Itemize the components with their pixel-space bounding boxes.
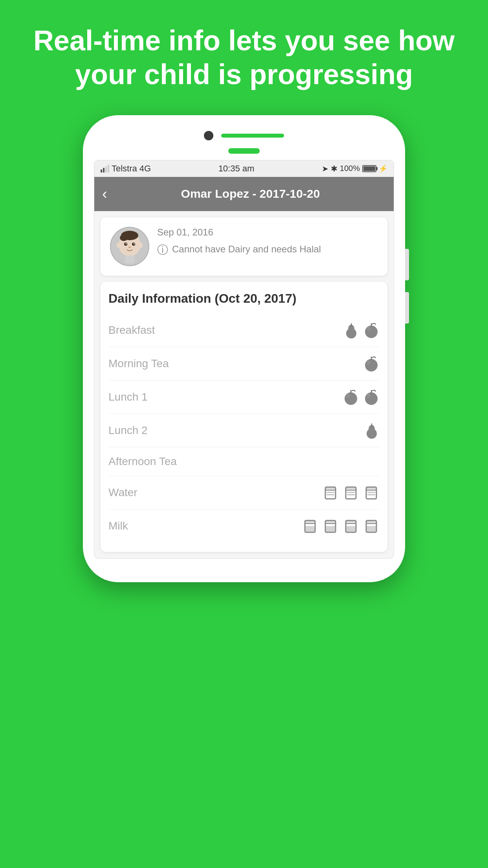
alert-text: Cannot have Dairy and needs Halal <box>172 243 321 256</box>
side-button-right <box>405 249 409 280</box>
svg-rect-54 <box>346 526 356 532</box>
cup-icon-3 <box>363 484 380 501</box>
app-header: ‹ Omar Lopez - 2017-10-20 <box>94 177 394 211</box>
phone-screen: Telstra 4G 10:35 am ➤ ✱ 100% ⚡ <box>94 160 394 559</box>
apple-icon-2 <box>363 355 380 372</box>
svg-point-20 <box>367 360 371 364</box>
meal-icons-breakfast <box>343 322 380 339</box>
meal-icons-lunch2 <box>364 422 380 439</box>
meal-name-lunch1: Lunch 1 <box>108 391 148 403</box>
svg-rect-51 <box>325 520 336 524</box>
status-bar: Telstra 4G 10:35 am ➤ ✱ 100% ⚡ <box>94 160 394 177</box>
milk-cup-icon-4 <box>363 517 380 535</box>
meal-name-water: Water <box>108 486 138 499</box>
apple-icon-3 <box>343 388 359 406</box>
svg-rect-16 <box>371 323 372 327</box>
signal-bars <box>101 165 109 173</box>
baby-avatar-svg <box>110 227 149 266</box>
svg-rect-19 <box>371 357 372 360</box>
profile-date: Sep 01, 2016 <box>157 227 378 238</box>
apple-icon-1 <box>363 322 380 339</box>
svg-rect-41 <box>366 487 376 490</box>
meal-row-morning-tea: Morning Tea <box>108 347 380 381</box>
svg-rect-47 <box>305 520 315 524</box>
meal-row-water: Water <box>108 476 380 509</box>
profile-avatar <box>110 227 149 266</box>
home-button-bar <box>228 148 260 154</box>
battery-icon <box>362 165 376 172</box>
camera-dot <box>204 131 213 140</box>
hero-text: Real-time info lets you see how your chi… <box>0 0 488 107</box>
svg-rect-38 <box>347 492 355 493</box>
cup-icon-1 <box>322 484 339 501</box>
header-title: Omar Lopez - 2017-10-20 <box>115 187 386 200</box>
svg-rect-43 <box>367 492 375 493</box>
svg-point-17 <box>367 326 371 331</box>
meal-name-morning-tea: Morning Tea <box>108 357 169 370</box>
meal-icons-lunch1 <box>343 388 380 406</box>
meal-name-milk: Milk <box>108 520 128 532</box>
status-left: Telstra 4G <box>101 164 151 174</box>
svg-rect-36 <box>346 487 356 490</box>
svg-rect-39 <box>347 494 355 495</box>
apple-icon-4 <box>363 388 380 406</box>
signal-bar-3 <box>105 166 107 173</box>
meal-row-lunch2: Lunch 2 <box>108 414 380 447</box>
svg-rect-34 <box>327 494 334 495</box>
daily-title: Daily Information (Oct 20, 2017) <box>108 291 380 306</box>
svg-point-6 <box>126 243 127 244</box>
signal-bar-2 <box>103 168 105 173</box>
bluetooth-icon: ✱ <box>331 164 338 173</box>
meal-row-lunch1: Lunch 1 <box>108 381 380 414</box>
svg-point-3 <box>120 235 128 241</box>
charging-icon: ⚡ <box>379 164 387 173</box>
phone-top-bar <box>94 131 394 140</box>
daily-section: Daily Information (Oct 20, 2017) Breakfa… <box>101 282 387 552</box>
svg-point-23 <box>346 393 350 398</box>
carrier-name: Telstra <box>112 164 137 174</box>
side-button-right2 <box>405 292 409 324</box>
meal-row-breakfast: Breakfast <box>108 314 380 347</box>
svg-rect-14 <box>351 323 352 326</box>
page-background: Real-time info lets you see how your chi… <box>0 0 488 868</box>
svg-point-26 <box>367 393 371 398</box>
meal-name-afternoon-tea: Afternoon Tea <box>108 455 177 468</box>
svg-rect-11 <box>125 256 134 263</box>
profile-alert: ⓘ Cannot have Dairy and needs Halal <box>157 243 378 257</box>
profile-info: Sep 01, 2016 ⓘ Cannot have Dairy and nee… <box>157 227 378 257</box>
meal-icons-water <box>322 484 380 501</box>
battery-percent: 100% <box>340 164 360 173</box>
pear-icon-1 <box>343 322 359 339</box>
svg-rect-22 <box>350 390 351 394</box>
milk-cup-icon-2 <box>322 517 339 535</box>
profile-card: Sep 01, 2016 ⓘ Cannot have Dairy and nee… <box>101 217 387 276</box>
meal-name-breakfast: Breakfast <box>108 324 155 337</box>
nav-icon: ➤ <box>322 164 328 173</box>
network-type: 4G <box>139 164 151 174</box>
meal-row-milk: Milk <box>108 509 380 542</box>
meal-icons-morning-tea <box>363 355 380 372</box>
pear-icon-2 <box>364 422 380 439</box>
back-button[interactable]: ‹ <box>102 186 107 202</box>
phone-frame: Telstra 4G 10:35 am ➤ ✱ 100% ⚡ <box>83 115 405 582</box>
svg-rect-29 <box>371 423 372 427</box>
speaker-bar <box>221 134 284 138</box>
svg-point-8 <box>128 246 131 248</box>
milk-cup-icon-1 <box>302 517 318 535</box>
meal-icons-milk <box>302 517 380 535</box>
svg-point-9 <box>117 243 121 248</box>
svg-rect-50 <box>326 526 335 532</box>
alert-icon: ⓘ <box>157 243 168 257</box>
svg-rect-33 <box>327 492 334 493</box>
signal-bar-4 <box>108 165 109 173</box>
milk-cup-icon-3 <box>343 517 359 535</box>
svg-point-7 <box>134 243 135 244</box>
svg-rect-58 <box>367 526 376 532</box>
svg-rect-46 <box>305 526 315 532</box>
svg-rect-55 <box>346 520 356 524</box>
battery-fill <box>363 166 375 171</box>
svg-rect-31 <box>325 487 336 490</box>
status-right: ➤ ✱ 100% ⚡ <box>322 164 387 173</box>
meal-row-afternoon-tea: Afternoon Tea <box>108 447 380 476</box>
svg-rect-25 <box>371 390 372 394</box>
